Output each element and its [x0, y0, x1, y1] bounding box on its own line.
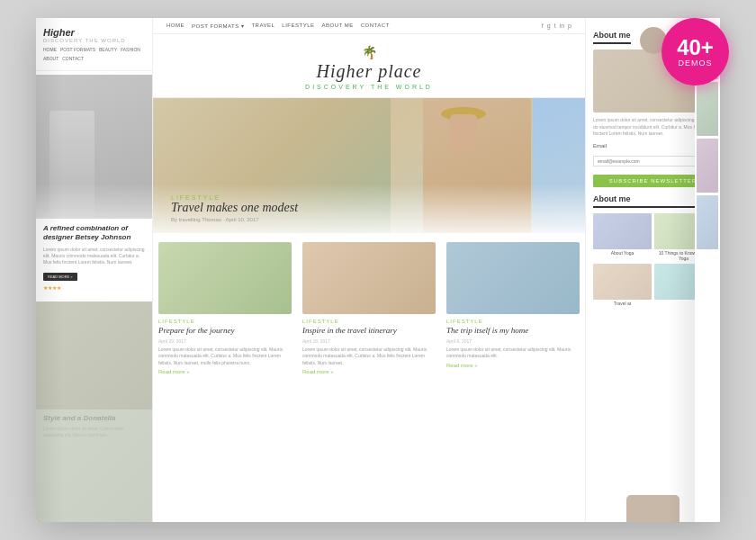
- article2-read-more[interactable]: Read more +: [302, 369, 436, 374]
- left-tagline: DISCOVERY THE WORLD: [43, 38, 145, 43]
- article1-read-more[interactable]: Read more +: [158, 369, 292, 374]
- hero-overlay: LIFESTYLE Travel makes one modest By tra…: [153, 184, 585, 233]
- far-right-strip: [695, 18, 720, 522]
- article3-body: Lorem ipsum dolor sit amet, consectetur …: [446, 346, 580, 360]
- hero-title: Travel makes one modest: [171, 201, 567, 215]
- top-navbar: HOME POST FORMATS ▾ TRAVEL LIFESTYLE ABO…: [153, 18, 585, 34]
- article1-meta: April 29, 2017: [158, 338, 292, 344]
- badge-text: DEMOS: [678, 58, 712, 68]
- linkedin-icon[interactable]: in: [560, 22, 564, 29]
- twitter-icon[interactable]: t: [554, 22, 556, 29]
- left-read-more[interactable]: READ MORE >: [43, 273, 77, 281]
- left-header: Higher DISCOVERY THE WORLD HOME POST FOR…: [36, 18, 152, 71]
- about-title: About me: [593, 31, 631, 44]
- left-logo: Higher: [43, 27, 145, 38]
- article-col-3: LIFESTYLE The trip itself is my home Apr…: [441, 237, 585, 380]
- pinterest-icon[interactable]: p: [568, 22, 572, 29]
- nav-links: HOME POST FORMATS ▾ TRAVEL LIFESTYLE ABO…: [166, 22, 390, 29]
- strip-image-4: [697, 195, 718, 249]
- article1-body: Lorem ipsum dolor sit amet, consectetur …: [158, 346, 292, 367]
- logo-tagline: DISCOVERY THE WORLD: [153, 84, 585, 90]
- thumb-item-1: About Yoga: [593, 213, 652, 261]
- nav-home[interactable]: HOME: [43, 47, 57, 52]
- article3-image: [446, 242, 580, 314]
- nav-about-me[interactable]: ABOUT ME: [322, 22, 354, 29]
- nav-post[interactable]: POST FORMATS: [60, 47, 95, 52]
- nav-post-formats[interactable]: POST FORMATS ▾: [192, 22, 244, 29]
- left-preview: Higher DISCOVERY THE WORLD HOME POST FOR…: [36, 18, 153, 522]
- thumb-label-3: Travel at: [593, 301, 652, 306]
- left-article2-image: [36, 302, 152, 410]
- article2-title[interactable]: Inspire in the travel itinerary: [302, 326, 436, 337]
- website-mockup: Higher DISCOVERY THE WORLD HOME POST FOR…: [36, 18, 720, 522]
- nav-contact[interactable]: CONTACT: [361, 22, 390, 29]
- article2-category: LIFESTYLE: [302, 319, 436, 324]
- article2-body: Lorem ipsum dolor sit amet, consectetur …: [302, 346, 436, 367]
- left-hero-image: [36, 75, 152, 219]
- article2-meta: April 18, 2017: [302, 338, 436, 344]
- article2-image: [302, 242, 436, 314]
- main-container: Higher DISCOVERY THE WORLD HOME POST FOR…: [0, 0, 756, 540]
- nav-travel[interactable]: TRAVEL: [251, 22, 274, 29]
- hero-meta: By travelling Thomas · April 10, 2017: [171, 217, 567, 222]
- left-article1-title: A refined combination of designer Betsey…: [43, 224, 145, 243]
- nav-beauty[interactable]: BEAUTY: [99, 47, 117, 52]
- article3-read-more[interactable]: Read more +: [446, 363, 580, 368]
- article1-category: LIFESTYLE: [158, 319, 292, 324]
- thumb-image-3: [593, 264, 652, 300]
- thumb-label-1: About Yoga: [593, 250, 652, 256]
- strip-image-3: [697, 139, 718, 193]
- badge-number: 40+: [677, 37, 714, 58]
- article-col-1: LIFESTYLE Prepare for the journey April …: [153, 237, 297, 380]
- nav-fashion[interactable]: FASHION: [121, 47, 140, 52]
- article3-title[interactable]: The trip itself is my home: [446, 326, 580, 337]
- social-icons: f g t in p: [542, 22, 572, 29]
- article1-title[interactable]: Prepare for the journey: [158, 326, 292, 337]
- nav-contact[interactable]: CONTACT: [62, 56, 84, 61]
- left-article1-body: Lorem ipsum dolor sit amet, consectetur …: [43, 247, 145, 266]
- hero-image: LIFESTYLE Travel makes one modest By tra…: [153, 98, 585, 233]
- center-website: HOME POST FORMATS ▾ TRAVEL LIFESTYLE ABO…: [153, 18, 585, 522]
- logo-icon: 🌴: [153, 45, 585, 59]
- left-article1: A refined combination of designer Betsey…: [36, 219, 152, 296]
- left-nav: HOME POST FORMATS BEAUTY FASHION ABOUT C…: [43, 47, 145, 61]
- article3-meta: April 6, 2017: [446, 338, 580, 344]
- nav-about[interactable]: ABOUT: [43, 56, 58, 61]
- nav-lifestyle[interactable]: LIFESTYLE: [282, 22, 314, 29]
- google-icon[interactable]: g: [547, 22, 551, 29]
- article3-category: LIFESTYLE: [446, 319, 580, 324]
- strip-image-2: [697, 82, 718, 136]
- article-grid: LIFESTYLE Prepare for the journey April …: [153, 237, 585, 380]
- nav-home[interactable]: HOME: [166, 22, 184, 29]
- logo-area: 🌴 Higher place DISCOVERY THE WORLD: [153, 34, 585, 98]
- hero-category: LIFESTYLE: [171, 194, 567, 201]
- demos-badge: 40+ DEMOS: [662, 18, 729, 86]
- logo-title: Higher place: [153, 61, 585, 82]
- left-rating: ★★★★: [43, 284, 145, 291]
- article-col-2: LIFESTYLE Inspire in the travel itinerar…: [297, 237, 441, 380]
- facebook-icon[interactable]: f: [542, 22, 544, 29]
- article1-image: [158, 242, 292, 314]
- thumb-image-1: [593, 213, 652, 249]
- thumb-item-3: Travel at: [593, 264, 652, 306]
